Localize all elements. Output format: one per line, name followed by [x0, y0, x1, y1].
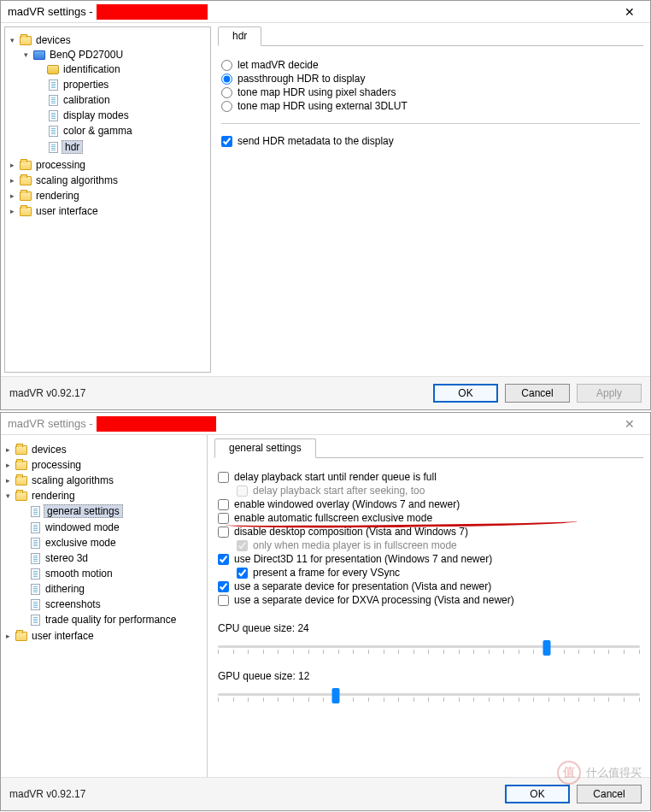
page-icon [49, 126, 58, 137]
content-panel: hdr let madVR decide passthrough HDR to … [211, 23, 650, 376]
cancel-button[interactable]: Cancel [577, 785, 642, 803]
page-icon [31, 615, 40, 626]
check-windowed-overlay[interactable]: enable windowed overlay (Windows 7 and n… [218, 497, 643, 511]
ok-button[interactable]: OK [505, 785, 570, 803]
tree-stereo-3d[interactable]: ▸stereo 3d [16, 551, 203, 565]
tree-hdr[interactable]: ▸hdr [34, 139, 207, 155]
tab-general-settings[interactable]: general settings [214, 438, 316, 458]
tree-windowed-mode[interactable]: ▸windowed mode [16, 521, 203, 534]
chevron-down-icon: ▾ [21, 50, 31, 60]
badge-icon [47, 65, 59, 74]
titlebar[interactable]: madVR settings - ✕ [1, 1, 650, 23]
check-delay-seek: delay playback start after seeking, too [237, 484, 643, 497]
cancel-button[interactable]: Cancel [505, 384, 570, 403]
check-d3d11[interactable]: use Direct3D 11 for presentation (Window… [218, 552, 643, 566]
tree-rendering[interactable]: ▸rendering [7, 189, 207, 203]
tab-hdr[interactable]: hdr [218, 26, 261, 46]
check-only-fullscreen: only when media player is in fullscreen … [237, 538, 643, 552]
tree-panel: ▸devices ▸processing ▸scaling algorithms… [1, 435, 208, 777]
tree-scaling[interactable]: ▸scaling algorithms [7, 174, 207, 187]
check-present-vsync[interactable]: present a frame for every VSync [237, 566, 643, 580]
tree-calibration[interactable]: ▸calibration [34, 93, 207, 107]
cpu-queue-label: CPU queue size: 24 [218, 622, 640, 634]
check-sep-dxva[interactable]: use a separate device for DXVA processin… [218, 593, 643, 607]
check-fse[interactable]: enable automatic fullscreen exclusive mo… [218, 511, 643, 525]
redacted-title [97, 416, 216, 432]
close-icon: ✕ [625, 5, 635, 19]
titlebar[interactable]: madVR settings - ✕ [1, 413, 650, 435]
folder-icon [20, 161, 32, 170]
tree-general-settings[interactable]: ▸general settings [16, 503, 203, 519]
check-sep-present[interactable]: use a separate device for presentation (… [218, 580, 643, 593]
apply-button: Apply [577, 384, 642, 403]
page-icon [49, 142, 58, 153]
tree-exclusive-mode[interactable]: ▸exclusive mode [16, 536, 203, 550]
folder-icon [20, 207, 32, 216]
close-button[interactable]: ✕ [613, 2, 647, 22]
cpu-queue-slider[interactable] [218, 638, 640, 656]
page-icon [49, 110, 58, 121]
tree-devices[interactable]: ▾devices [7, 33, 207, 47]
tree-dithering[interactable]: ▸dithering [16, 582, 203, 596]
folder-icon [20, 191, 32, 201]
gpu-queue-slider[interactable] [218, 685, 640, 704]
tree-processing[interactable]: ▸processing [7, 158, 207, 172]
tabstrip: hdr [218, 26, 643, 46]
ok-button[interactable]: OK [433, 384, 498, 403]
tree-ui[interactable]: ▸user interface [3, 629, 203, 643]
gpu-queue-label: GPU queue size: 12 [218, 670, 640, 682]
page-icon [49, 95, 58, 106]
slider-thumb[interactable] [543, 640, 551, 656]
tree-display-modes[interactable]: ▸display modes [34, 109, 207, 122]
slider-thumb[interactable] [332, 688, 340, 703]
page-icon [31, 538, 40, 549]
folder-icon [15, 632, 27, 641]
redline-annotation: enable automatic fullscreen exclusive mo… [234, 512, 432, 524]
window-title: madVR settings - [8, 5, 93, 18]
madvr-window-top: madVR settings - ✕ ▾devices ▾BenQ PD2700… [0, 0, 651, 410]
tree-screenshots[interactable]: ▸screenshots [16, 597, 203, 611]
folder-icon [15, 461, 27, 470]
tree-properties[interactable]: ▸properties [34, 78, 207, 91]
tree-device-benq[interactable]: ▾BenQ PD2700U [21, 48, 207, 62]
check-delay-start[interactable]: delay playback start until render queue … [218, 470, 643, 484]
chevron-right-icon: ▸ [3, 444, 13, 455]
page-icon [31, 522, 40, 533]
tree-color-gamma[interactable]: ▸color & gamma [34, 124, 207, 138]
separator [221, 123, 640, 124]
tree-trade-quality[interactable]: ▸trade quality for performance [16, 613, 203, 627]
check-metadata[interactable]: send HDR metadata to the display [221, 134, 643, 148]
tree-devices[interactable]: ▸devices [3, 443, 203, 456]
page-icon [31, 568, 40, 580]
folder-icon [15, 491, 27, 501]
chevron-right-icon: ▸ [7, 206, 17, 216]
tree-rendering[interactable]: ▾rendering [3, 489, 203, 503]
folder-icon [20, 36, 32, 45]
chevron-right-icon: ▸ [7, 175, 17, 185]
chevron-right-icon: ▸ [3, 475, 13, 485]
page-icon [49, 79, 58, 91]
madvr-window-bottom: madVR settings - ✕ ▸devices ▸processing … [0, 412, 651, 811]
tabstrip: general settings [214, 438, 643, 458]
radio-passthrough[interactable]: passthrough HDR to display [221, 72, 643, 85]
close-icon: ✕ [625, 417, 635, 431]
page-icon [31, 599, 40, 610]
radio-pixel-shaders[interactable]: tone map HDR using pixel shaders [221, 85, 643, 99]
radio-let-decide[interactable]: let madVR decide [221, 58, 643, 72]
page-icon [31, 584, 40, 595]
tree-smooth-motion[interactable]: ▸smooth motion [16, 567, 203, 580]
tree-processing[interactable]: ▸processing [3, 458, 203, 472]
tree-panel: ▾devices ▾BenQ PD2700U ▸identification ▸… [4, 26, 211, 373]
tree-scaling[interactable]: ▸scaling algorithms [3, 474, 203, 487]
version-label: madVR v0.92.17 [9, 788, 85, 800]
close-button[interactable]: ✕ [613, 414, 647, 434]
tree-identification[interactable]: ▸identification [34, 62, 207, 76]
chevron-down-icon: ▾ [7, 35, 17, 45]
tree-ui[interactable]: ▸user interface [7, 204, 207, 218]
chevron-right-icon: ▸ [7, 191, 17, 201]
radio-3dlut[interactable]: tone map HDR using external 3DLUT [221, 99, 643, 113]
folder-icon [20, 176, 32, 185]
button-bar: madVR v0.92.17 OK Cancel Apply [1, 376, 650, 409]
chevron-down-icon: ▾ [3, 491, 13, 501]
redacted-title [97, 4, 208, 20]
